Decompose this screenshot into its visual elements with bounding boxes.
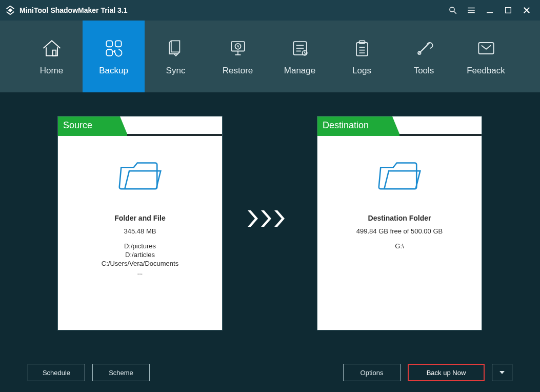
destination-flag: Destination [317, 116, 399, 134]
nav-label: Tools [414, 66, 434, 76]
nav-label: Restore [223, 66, 253, 76]
bottom-bar: Schedule Scheme Options Back up Now [0, 362, 540, 383]
svg-rect-22 [356, 43, 368, 56]
titlebar: MiniTool ShadowMaker Trial 3.1 [0, 0, 540, 21]
source-size: 345.48 MB [58, 227, 222, 235]
destination-drive: G:\ [317, 242, 482, 250]
close-icon[interactable] [517, 0, 536, 21]
nav-home[interactable]: Home [21, 21, 83, 92]
nav-label: Logs [352, 66, 371, 76]
menu-icon[interactable] [462, 0, 481, 21]
nav-tools[interactable]: Tools [393, 21, 455, 92]
nav-label: Feedback [467, 66, 505, 76]
nav-label: Sync [166, 66, 186, 76]
source-path: C:/Users/Vera/Documents [58, 260, 222, 267]
svg-rect-9 [52, 50, 55, 56]
schedule-button[interactable]: Schedule [28, 364, 85, 381]
nav-feedback[interactable]: Feedback [455, 21, 517, 92]
nav-logs[interactable]: Logs [331, 21, 393, 92]
source-path: D:/articles [58, 251, 222, 259]
folder-icon [58, 158, 222, 193]
minimize-icon[interactable] [481, 0, 499, 21]
source-path: ... [58, 268, 222, 276]
folder-icon [317, 158, 482, 193]
nav-label: Home [40, 66, 63, 76]
app-title: MiniTool ShadowMaker Trial 3.1 [19, 6, 128, 14]
maximize-icon[interactable] [499, 0, 517, 21]
svg-point-0 [450, 7, 454, 12]
destination-heading: Destination Folder [317, 214, 482, 222]
svg-rect-12 [106, 50, 112, 56]
main-nav: Home Backup Sync Restore Manage [0, 21, 540, 92]
app-logo-icon [4, 4, 16, 16]
svg-line-1 [454, 11, 456, 14]
scheme-button[interactable]: Scheme [92, 364, 150, 381]
search-icon[interactable] [444, 0, 462, 21]
nav-label: Backup [99, 66, 128, 76]
source-panel[interactable]: Source Folder and File 345.48 MB D:/pict… [57, 116, 223, 330]
backup-now-dropdown[interactable] [492, 364, 512, 381]
options-button[interactable]: Options [343, 364, 401, 381]
nav-sync[interactable]: Sync [145, 21, 207, 92]
nav-manage[interactable]: Manage [269, 21, 331, 92]
svg-rect-11 [115, 41, 121, 47]
source-flag: Source [58, 116, 127, 134]
svg-rect-6 [506, 8, 511, 13]
nav-label: Manage [284, 66, 315, 76]
svg-rect-10 [106, 41, 112, 47]
destination-free: 499.84 GB free of 500.00 GB [317, 227, 482, 235]
source-heading: Folder and File [58, 214, 222, 222]
backup-now-button[interactable]: Back up Now [408, 364, 485, 381]
nav-backup[interactable]: Backup [83, 21, 145, 92]
nav-restore[interactable]: Restore [207, 21, 269, 92]
arrow-icon [248, 208, 292, 231]
destination-panel[interactable]: Destination Destination Folder 499.84 GB… [317, 116, 482, 330]
svg-rect-28 [478, 43, 493, 54]
content-area: Source Folder and File 345.48 MB D:/pict… [0, 92, 540, 392]
source-path: D:/pictures [58, 242, 222, 250]
